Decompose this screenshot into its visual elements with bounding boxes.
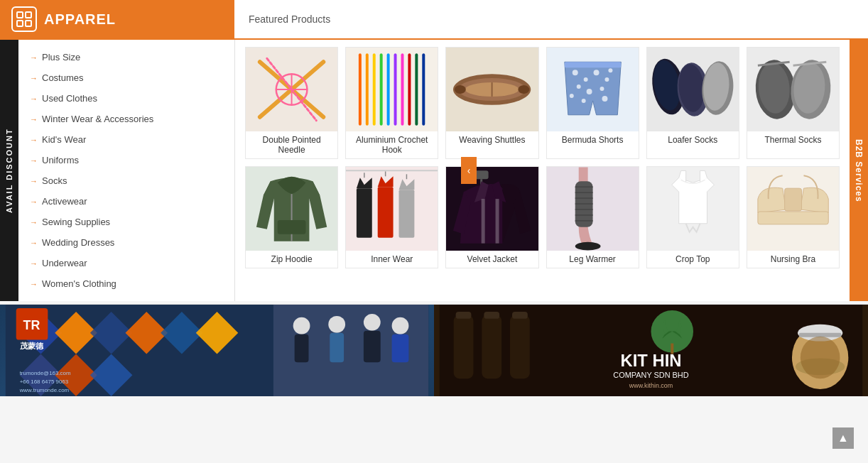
svg-point-30 [572, 70, 577, 75]
product-image [547, 167, 639, 251]
sidebar-label: Socks [42, 175, 67, 186]
arrow-icon: → [30, 136, 38, 144]
svg-rect-68 [474, 170, 489, 179]
product-card-velvet-jacket[interactable]: Velvet Jacket [445, 166, 538, 268]
sidebar-item-wedding-dresses[interactable]: → Wedding Dresses [18, 232, 234, 253]
product-image [747, 48, 839, 131]
svg-text:COMPANY SDN BHD: COMPANY SDN BHD [613, 371, 688, 379]
brand-icon [11, 6, 37, 32]
svg-point-98 [364, 314, 381, 331]
product-image [446, 48, 538, 131]
product-image [346, 167, 438, 251]
svg-point-39 [581, 99, 585, 103]
sidebar-label: Uniforms [42, 155, 79, 165]
svg-point-96 [328, 316, 345, 333]
svg-point-94 [293, 317, 310, 334]
arrow-icon: → [30, 74, 38, 82]
sidebar-item-socks[interactable]: → Socks [18, 170, 234, 191]
svg-rect-2 [17, 21, 23, 26]
product-card-bermuda-shorts[interactable]: Bermuda Shorts [546, 47, 639, 159]
svg-rect-101 [392, 334, 409, 363]
sidebar-item-uniforms[interactable]: → Uniforms [18, 150, 234, 170]
product-card-thermal-socks[interactable]: Thermal Socks [747, 47, 840, 159]
sidebar-label: Underwear [42, 258, 87, 268]
product-name: Bermuda Shorts [547, 131, 639, 148]
product-name: Zip Hoodie [246, 251, 337, 268]
arrow-icon: → [30, 259, 38, 268]
sidebar-label: Plus Size [42, 52, 80, 62]
brand-section: APPAREL [0, 0, 234, 38]
svg-rect-41 [564, 62, 620, 67]
svg-rect-0 [17, 12, 23, 18]
svg-rect-114 [512, 312, 528, 319]
sidebar-item-underwear[interactable]: → Underwear [18, 253, 234, 273]
svg-point-34 [576, 85, 580, 89]
product-card-inner-wear[interactable]: Inner Wear [345, 166, 438, 268]
product-name: Leg Warmer [547, 251, 639, 268]
sidebar-label: Wedding Dresses [42, 237, 114, 248]
product-card-nursing-bra[interactable]: Nursing Bra [747, 166, 840, 268]
prev-button[interactable]: ‹ [461, 157, 477, 184]
sidebar-label: Kid's Wear [42, 134, 86, 145]
arrow-icon: → [30, 156, 38, 165]
sidebar-label: Used Clothes [42, 93, 97, 104]
sidebar-label: Costumes [42, 72, 84, 83]
svg-point-33 [604, 77, 609, 82]
banner-right[interactable]: KIT HIN COMPANY SDN BHD www.kithin.com R [434, 305, 868, 396]
svg-text:TR: TR [23, 318, 40, 332]
product-image [246, 48, 337, 131]
sidebar-item-winter-wear[interactable]: → Winter Wear & Accessories [18, 109, 234, 129]
svg-rect-97 [330, 333, 344, 363]
product-card-crop-top[interactable]: Crop Top [646, 166, 739, 268]
product-name: Velvet Jacket [446, 251, 538, 268]
svg-point-27 [519, 85, 530, 94]
arrow-icon: → [30, 115, 38, 124]
svg-point-40 [602, 96, 607, 102]
product-name: Weaving Shuttles [446, 131, 538, 148]
product-image [747, 167, 839, 251]
product-card-zip-hoodie[interactable]: Zip Hoodie [245, 166, 338, 268]
svg-rect-60 [357, 188, 372, 238]
svg-point-32 [593, 70, 599, 75]
product-name: Loafer Socks [647, 131, 739, 148]
product-name: Crop Top [647, 251, 739, 268]
sidebar-label: Women's Clothing [42, 278, 116, 289]
svg-rect-111 [482, 315, 501, 378]
sidebar-item-costumes[interactable]: → Costumes [18, 67, 234, 88]
svg-text:www.kithin.com: www.kithin.com [629, 382, 673, 389]
sidebar-item-plus-size[interactable]: → Plus Size [18, 47, 234, 67]
product-card-weaving-shuttles[interactable]: Weaving Shuttles [445, 47, 538, 159]
sidebar-item-womens-clothing[interactable]: → Women's Clothing [18, 273, 234, 294]
product-card-double-pointed-needle[interactable]: Double Pointed Needle [245, 47, 338, 159]
svg-point-37 [608, 68, 612, 72]
product-image [547, 48, 639, 131]
arrow-icon: → [30, 53, 38, 62]
featured-products-nav[interactable]: Featured Products [234, 13, 345, 25]
banner-left[interactable]: TR 茂蒙德 trumonde@163.com +66 168 6475 906… [0, 305, 434, 396]
product-name: Nursing Bra [747, 251, 839, 268]
sidebar-item-sewing-supplies[interactable]: → Sewing Supplies [18, 212, 234, 232]
product-name: Inner Wear [346, 251, 438, 268]
sidebar-item-used-clothes[interactable]: → Used Clothes [18, 88, 234, 109]
arrow-icon: → [30, 94, 38, 103]
brand-title: APPAREL [44, 11, 116, 28]
product-card-loafer-socks[interactable]: Loafer Socks [646, 47, 739, 159]
product-image [246, 167, 337, 251]
product-grid-row1: Double Pointed Needle [245, 47, 840, 159]
b2b-services-button[interactable]: B2B Services [850, 40, 868, 301]
arrow-icon: → [30, 218, 38, 227]
svg-rect-62 [399, 190, 415, 238]
product-image [346, 48, 438, 131]
main-layout: AVAIL DISCOUNT → Plus Size → Costumes → … [0, 40, 868, 301]
svg-point-31 [583, 77, 587, 82]
product-card-leg-warmer[interactable]: Leg Warmer [546, 166, 639, 268]
sidebar-item-activewear[interactable]: → Activewear [18, 191, 234, 212]
product-card-aluminium-crochet-hook[interactable]: Aluminium Crochet Hook [345, 47, 438, 159]
product-name: Aluminium Crochet Hook [346, 131, 438, 158]
arrow-icon: → [30, 197, 38, 206]
avail-discount-label[interactable]: AVAIL DISCOUNT [0, 40, 18, 301]
svg-point-38 [569, 94, 573, 98]
sidebar-item-kids-wear[interactable]: → Kid's Wear [18, 129, 234, 150]
svg-rect-3 [26, 21, 31, 26]
svg-point-36 [600, 87, 604, 91]
